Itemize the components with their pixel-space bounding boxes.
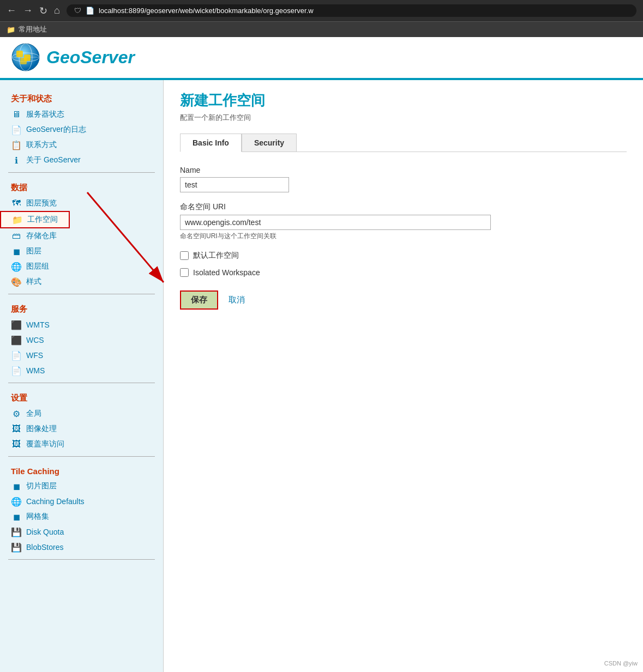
sidebar-item-global[interactable]: ⚙ 全局 <box>0 406 163 421</box>
sidebar-item-wfs[interactable]: 📄 WFS <box>0 348 163 363</box>
shield-icon: 🛡 <box>74 7 81 15</box>
default-workspace-group: 默认工作空间 <box>180 251 627 261</box>
sidebar-label: 全局 <box>26 409 41 419</box>
watermark: CSDN @yiw <box>604 660 638 667</box>
caching-icon: 🌐 <box>11 496 22 507</box>
page-title: 新建工作空间 <box>180 91 627 110</box>
geoserver-globe-icon <box>11 43 41 72</box>
cancel-button[interactable]: 取消 <box>229 295 245 304</box>
sidebar-label: Caching Defaults <box>26 497 85 506</box>
uri-label: 命名空间 URI <box>180 202 627 212</box>
nav-back-button[interactable]: ← <box>7 5 16 16</box>
blob-icon: 💾 <box>11 542 22 553</box>
sidebar-item-about[interactable]: ℹ 关于 GeoServer <box>0 153 163 168</box>
tab-security[interactable]: Security <box>242 134 297 152</box>
uri-input[interactable] <box>180 215 491 230</box>
sidebar-label: 图像处理 <box>26 424 57 434</box>
sidebar-label: WFS <box>26 351 43 360</box>
content-area: 新建工作空间 配置一个新的工作空间 Basic Info Security Na… <box>164 80 643 672</box>
sidebar-item-stores[interactable]: 🗃 存储仓库 <box>0 228 163 244</box>
sidebar-item-tile-layers[interactable]: ◼ 切片图层 <box>0 479 163 494</box>
svg-rect-6 <box>20 58 27 64</box>
uri-field-group: 命名空间 URI 命名空间URI与这个工作空间关联 <box>180 202 627 241</box>
sidebar-label: 服务器状态 <box>26 110 64 119</box>
sidebar-item-coverage-access[interactable]: 🖼 覆盖率访问 <box>0 437 163 452</box>
sidebar: 关于和状态 🖥 服务器状态 📄 GeoServer的日志 📋 联系方式 ℹ 关于… <box>0 80 164 672</box>
nav-refresh-button[interactable]: ↻ <box>39 5 47 17</box>
url-text: localhost:8899/geoserver/web/wicket/book… <box>99 7 314 15</box>
sidebar-label: 存储仓库 <box>26 231 57 241</box>
name-input[interactable] <box>180 177 289 192</box>
sidebar-section-settings: 设置 <box>0 388 163 406</box>
sidebar-label: 联系方式 <box>26 140 57 150</box>
store-icon: 🗃 <box>11 231 22 241</box>
uri-hint: 命名空间URI与这个工作空间关联 <box>180 232 627 241</box>
sidebar-label: 图层预览 <box>26 198 57 208</box>
folder-icon: 📁 <box>12 214 23 225</box>
svg-rect-4 <box>16 51 23 57</box>
sidebar-item-layers[interactable]: ◼ 图层 <box>0 244 163 259</box>
log-icon: 📄 <box>11 124 22 135</box>
info-icon: ℹ <box>11 155 22 166</box>
save-button[interactable]: 保存 <box>180 290 218 310</box>
wms-icon: 📄 <box>11 365 22 376</box>
sidebar-section-services: 服务 <box>0 299 163 317</box>
sidebar-item-blobstores[interactable]: 💾 BlobStores <box>0 540 163 555</box>
globe-icon: 🌐 <box>11 261 22 272</box>
sidebar-item-layer-groups[interactable]: 🌐 图层组 <box>0 259 163 274</box>
sidebar-item-contact[interactable]: 📋 联系方式 <box>0 137 163 153</box>
sidebar-item-server-status[interactable]: 🖥 服务器状态 <box>0 107 163 122</box>
nav-forward-button[interactable]: → <box>23 5 33 16</box>
nav-home-button[interactable]: ⌂ <box>54 5 60 16</box>
isolated-workspace-label: Isolated Workspace <box>193 268 260 277</box>
sidebar-section-data: 数据 <box>0 177 163 196</box>
sidebar-label: 工作空间 <box>27 215 58 225</box>
contact-icon: 📋 <box>11 140 22 150</box>
address-bar[interactable]: 🛡 📄 localhost:8899/geoserver/web/wicket/… <box>67 4 636 17</box>
tile-icon: ◼ <box>11 481 22 492</box>
gridset-icon: ◼ <box>11 511 22 522</box>
sidebar-label: 覆盖率访问 <box>26 439 64 449</box>
sidebar-item-caching-defaults[interactable]: 🌐 Caching Defaults <box>0 494 163 509</box>
name-field-group: Name <box>180 166 627 192</box>
sidebar-divider-4 <box>8 456 155 457</box>
sidebar-label: 图层组 <box>26 262 49 271</box>
sidebar-section-about: 关于和状态 <box>0 88 163 107</box>
sidebar-divider-2 <box>8 294 155 294</box>
folder-icon: 📁 <box>7 26 15 34</box>
bookmarks-label: 常用地址 <box>19 25 47 34</box>
layer-icon: ◼ <box>11 246 22 257</box>
main-layout: 关于和状态 🖥 服务器状态 📄 GeoServer的日志 📋 联系方式 ℹ 关于… <box>0 80 643 672</box>
sidebar-item-image-processing[interactable]: 🖼 图像处理 <box>0 421 163 437</box>
sidebar-item-workspaces[interactable]: 📁 工作空间 <box>0 211 70 228</box>
form-actions: 保存 取消 <box>180 290 627 310</box>
tab-bar: Basic Info Security <box>180 134 627 152</box>
geoserver-logo: GeoServer <box>11 43 135 72</box>
sidebar-item-logs[interactable]: 📄 GeoServer的日志 <box>0 122 163 137</box>
name-label: Name <box>180 166 627 174</box>
sidebar-label: 样式 <box>26 277 41 287</box>
tab-basic-info[interactable]: Basic Info <box>180 134 242 152</box>
map-icon: 🗺 <box>11 198 22 209</box>
page-icon: 📄 <box>86 7 94 15</box>
sidebar-label: 图层 <box>26 246 41 256</box>
geoserver-header: GeoServer <box>0 37 643 80</box>
sidebar-item-wcs[interactable]: ⬛ WCS <box>0 332 163 348</box>
sidebar-item-disk-quota[interactable]: 💾 Disk Quota <box>0 524 163 540</box>
sidebar-item-wmts[interactable]: ⬛ WMTS <box>0 317 163 332</box>
sidebar-item-wms[interactable]: 📄 WMS <box>0 363 163 378</box>
isolated-workspace-checkbox[interactable] <box>180 268 189 277</box>
sidebar-item-gridsets[interactable]: ◼ 网格集 <box>0 509 163 524</box>
sidebar-item-styles[interactable]: 🎨 样式 <box>0 274 163 289</box>
sidebar-label: GeoServer的日志 <box>26 125 86 135</box>
disk-icon: 💾 <box>11 526 22 537</box>
coverage-icon: 🖼 <box>11 439 22 450</box>
sidebar-label: 关于 GeoServer <box>26 155 81 165</box>
global-icon: ⚙ <box>11 408 22 419</box>
sidebar-label: WMS <box>26 366 45 375</box>
sidebar-label: WMTS <box>26 320 50 329</box>
sidebar-item-layer-preview[interactable]: 🗺 图层预览 <box>0 196 163 211</box>
sidebar-section-tile: Tile Caching <box>0 461 163 479</box>
default-workspace-checkbox[interactable] <box>180 251 189 260</box>
wfs-icon: 📄 <box>11 350 22 361</box>
